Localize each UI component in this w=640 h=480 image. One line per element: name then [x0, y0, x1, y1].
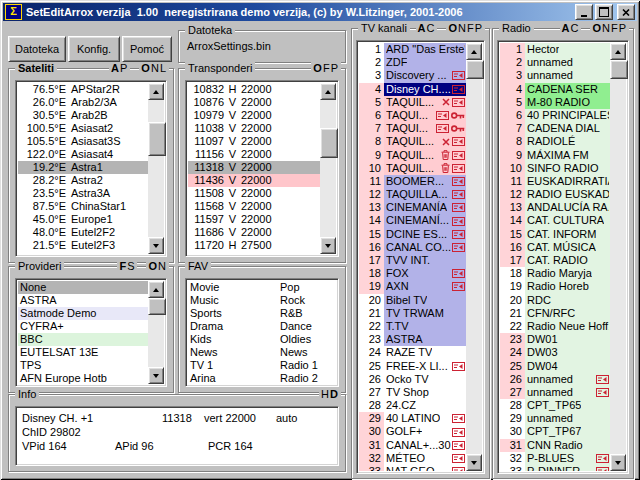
channel-row[interactable]: 10 SINFO RADIO [500, 162, 610, 175]
provider-list[interactable]: None ASTRA Satmode Demo CYFRA+ BBC EUTEL… [15, 278, 167, 387]
channel-row[interactable]: 6 40 PRINCIPALES [500, 109, 610, 122]
channel-row[interactable]: 13 ANDALUCÍA RA... [500, 201, 610, 214]
flag-o[interactable]: O [141, 62, 151, 74]
channel-row[interactable]: 4 CADENA SER [500, 83, 610, 96]
flag-f[interactable]: F [119, 260, 127, 272]
flag-o[interactable]: O [313, 62, 323, 74]
channel-row[interactable]: 27 unnamed [500, 386, 610, 399]
satellite-row[interactable]: 21.5°E Eutel2F3 [18, 239, 148, 252]
provider-row[interactable]: BBC [18, 333, 148, 346]
flag-c[interactable]: C [570, 22, 579, 34]
transponder-row[interactable]: 11156 V 22000 [188, 148, 320, 161]
flag-p[interactable]: P [475, 22, 483, 34]
channel-row[interactable]: 12 RADIO EUSKADI [500, 188, 610, 201]
provider-row[interactable]: CYFRA+ [18, 320, 148, 333]
channel-row[interactable]: 17 TVV INT. [359, 254, 466, 267]
channel-row[interactable]: 30 GOLF+ [359, 425, 466, 438]
flag-s[interactable]: S [127, 260, 135, 272]
provider-row[interactable]: None [18, 281, 148, 294]
channel-row[interactable]: 32 P-BLUES [500, 452, 610, 465]
scroll-down-button[interactable] [148, 237, 164, 254]
channel-row[interactable]: 15 DCINE ES... [359, 228, 466, 241]
minimize-button[interactable] [575, 4, 593, 20]
satellite-row[interactable]: 45.0°E Europe1 [18, 213, 148, 226]
channel-row[interactable]: 8 RADIOLÉ [500, 135, 610, 148]
channel-row[interactable]: 18 Radio Maryja [500, 267, 610, 280]
transponder-row[interactable]: 11508 V 22000 [188, 187, 320, 200]
satellite-row[interactable]: 87.5°E ChinaStar1 [18, 200, 148, 213]
satellite-row[interactable]: 105.5°E Asiasat3S [18, 135, 148, 148]
channel-row[interactable]: 30 CPT_TP67 [500, 425, 610, 438]
channel-row[interactable]: 15 CAT. INFORM [500, 228, 610, 241]
provider-row[interactable]: AFN Europe Hotb [18, 372, 148, 384]
channel-row[interactable]: 26 unnamed [500, 373, 610, 386]
provider-row[interactable]: Satmode Demo [18, 307, 148, 320]
satellite-row[interactable]: 28.2°E Astra2 [18, 174, 148, 187]
channel-row[interactable]: 24 RAZE TV [359, 346, 466, 359]
scrollbar-track[interactable] [610, 60, 626, 454]
flag-p[interactable]: P [619, 22, 627, 34]
scroll-up-button[interactable] [466, 43, 482, 60]
flag-n[interactable]: N [602, 22, 611, 34]
channel-row[interactable]: 29 40 LATINO [359, 412, 466, 425]
channel-row[interactable]: 33 NAT GEO [359, 465, 466, 471]
channel-row[interactable]: 19 AXN [359, 280, 466, 293]
fav-row[interactable]: TV 1 Radio 1 [188, 359, 336, 372]
channel-row[interactable]: 2 unnamed [500, 56, 610, 69]
channel-row[interactable]: 4 Disney CH.... [359, 83, 466, 96]
channel-row[interactable]: 31 CNN Radio [500, 439, 610, 452]
channel-row[interactable]: 23 ASTRA [359, 333, 466, 346]
scrollbar-thumb[interactable] [466, 60, 484, 79]
transponder-row[interactable]: 10876 V 22000 [188, 96, 320, 109]
provider-row[interactable]: EUTELSAT 13E [18, 346, 148, 359]
transponder-row[interactable]: 11568 V 22000 [188, 200, 320, 213]
channel-row[interactable]: 3 unnamed [500, 69, 610, 82]
provider-row[interactable]: ASTRA [18, 294, 148, 307]
satellite-row[interactable]: 100.5°E Asiasat2 [18, 122, 148, 135]
channel-row[interactable]: 3 Discovery ... [359, 69, 466, 82]
fav-row[interactable]: Kids Oldies [188, 333, 336, 346]
fav-row[interactable]: Arina Radio 2 [188, 372, 336, 384]
scrollbar-track[interactable] [466, 60, 482, 454]
satellite-row[interactable]: 76.5°E APStar2R [18, 83, 148, 96]
transponder-row[interactable]: 11720 H 27500 [188, 239, 320, 252]
scroll-down-button[interactable] [148, 367, 164, 384]
transponder-row[interactable]: 11686 V 22000 [188, 226, 320, 239]
flag-f[interactable]: F [611, 22, 619, 34]
scrollbar-thumb[interactable] [148, 298, 166, 315]
channel-row[interactable]: 21 TV TRWAM [359, 307, 466, 320]
satellite-row[interactable]: 30.5°E Arab2B [18, 109, 148, 122]
satellite-list[interactable]: 76.5°E APStar2R 26.0°E Arab2/3A 30.5°E A… [15, 80, 167, 257]
scrollbar-track[interactable] [148, 100, 164, 237]
channel-row[interactable]: 2 ZDF [359, 56, 466, 69]
channel-row[interactable]: 14 CINEMANÍ... [359, 214, 466, 227]
transponder-list[interactable]: 10832 H 22000 10876 V 22000 10979 V 2200… [185, 80, 339, 257]
channel-row[interactable]: 5 M-80 RADIO [500, 96, 610, 109]
scrollbar-track[interactable] [148, 298, 164, 367]
channel-row[interactable]: 7 CADENA DIAL [500, 122, 610, 135]
provider-scrollbar[interactable] [148, 281, 164, 384]
transponder-row[interactable]: 11597 V 22000 [188, 213, 320, 226]
radio-scrollbar[interactable] [610, 43, 626, 471]
channel-row[interactable]: 19 Radio Horeb [500, 280, 610, 293]
flag-f[interactable]: F [323, 62, 331, 74]
flag-d[interactable]: D [330, 388, 339, 400]
scroll-up-button[interactable] [148, 281, 164, 298]
tv-scrollbar[interactable] [466, 43, 482, 471]
close-button[interactable] [617, 4, 635, 20]
scrollbar-thumb[interactable] [610, 60, 628, 79]
konfig-button[interactable]: Konfig. [68, 36, 120, 62]
flag-p[interactable]: P [331, 62, 339, 74]
radio-channel-list[interactable]: 1 Hector 2 unnamed 3 unnamed 4 CADENA SE… [497, 40, 629, 474]
fav-row[interactable]: Sports R&B [188, 307, 336, 320]
channel-row[interactable]: 22 T.TV [359, 320, 466, 333]
fav-row[interactable]: Music Rock [188, 294, 336, 307]
flag-a[interactable]: A [111, 62, 120, 74]
scroll-down-button[interactable] [610, 454, 626, 471]
scroll-up-button[interactable] [148, 83, 164, 100]
transponder-row[interactable]: 11436 V 22000 [188, 174, 320, 187]
provider-row[interactable]: TPS [18, 359, 148, 372]
satellite-row[interactable]: 48.0°E Eutel2F2 [18, 226, 148, 239]
channel-row[interactable]: 20 Bibel TV [359, 294, 466, 307]
title-bar[interactable]: Σ SetEditArrox verzija 1.00 neregistrira… [3, 3, 637, 21]
